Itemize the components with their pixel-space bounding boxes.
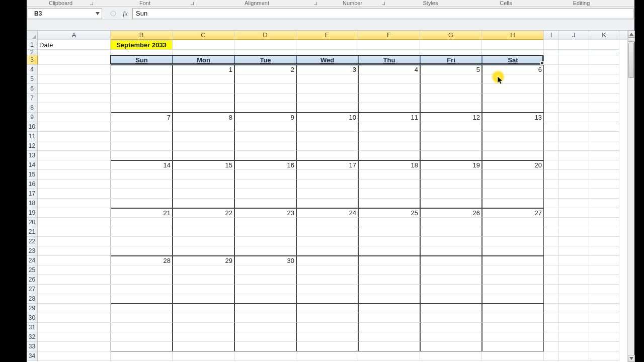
cell-B18[interactable] [111, 199, 173, 208]
cell-K21[interactable] [589, 227, 619, 237]
cell-B12[interactable] [111, 141, 173, 151]
cell-D33[interactable] [234, 342, 296, 351]
cell-I6[interactable] [544, 84, 559, 94]
cell-E1[interactable] [296, 40, 358, 50]
cell-H15[interactable] [482, 170, 544, 179]
dialog-launcher-icon[interactable] [380, 1, 385, 6]
cell-I20[interactable] [544, 218, 559, 227]
cell-J33[interactable] [559, 342, 589, 351]
cell-B15[interactable] [111, 170, 173, 179]
cell-I4[interactable] [544, 65, 559, 74]
row-header-23[interactable]: 23 [27, 246, 38, 256]
cell-G10[interactable] [420, 122, 482, 132]
cell-I34[interactable] [544, 351, 559, 361]
cell-K29[interactable] [589, 304, 619, 313]
row-header-10[interactable]: 10 [27, 122, 38, 132]
cell-H30[interactable] [482, 313, 544, 323]
cell-A18[interactable] [38, 199, 111, 208]
cell-E27[interactable] [296, 285, 358, 294]
cell-E23[interactable] [296, 246, 358, 256]
cell-G18[interactable] [420, 199, 482, 208]
cell-F30[interactable] [358, 313, 420, 323]
cell-A6[interactable] [38, 84, 111, 94]
cell-A23[interactable] [38, 246, 111, 256]
column-header-D[interactable]: D [234, 31, 296, 40]
row-headers[interactable]: 1234567891011121314151617181920212223242… [27, 40, 38, 361]
cell-D28[interactable] [234, 294, 296, 304]
cell-I15[interactable] [544, 170, 559, 179]
cell-D9[interactable]: 9 [234, 113, 296, 122]
row-header-19[interactable]: 19 [27, 208, 38, 218]
cell-A5[interactable] [38, 74, 111, 84]
cell-D10[interactable] [234, 122, 296, 132]
cell-E2[interactable] [296, 50, 358, 55]
cell-A13[interactable] [38, 151, 111, 160]
cell-K27[interactable] [589, 285, 619, 294]
cell-E9[interactable]: 10 [296, 113, 358, 122]
cell-F24[interactable] [358, 256, 420, 265]
cell-J22[interactable] [559, 237, 589, 246]
cell-J11[interactable] [559, 132, 589, 141]
cell-B20[interactable] [111, 218, 173, 227]
cell-A24[interactable] [38, 256, 111, 265]
cell-F2[interactable] [358, 50, 420, 55]
cell-J2[interactable] [559, 50, 589, 55]
cell-F9[interactable]: 11 [358, 113, 420, 122]
cell-F26[interactable] [358, 275, 420, 285]
cell-E6[interactable] [296, 84, 358, 94]
cell-D30[interactable] [234, 313, 296, 323]
cell-A27[interactable] [38, 285, 111, 294]
cell-D24[interactable]: 30 [234, 256, 296, 265]
cell-J19[interactable] [559, 208, 589, 218]
cell-J32[interactable] [559, 332, 589, 342]
column-headers[interactable]: ABCDEFGHIJK [38, 31, 634, 40]
row-header-18[interactable]: 18 [27, 199, 38, 208]
cell-J18[interactable] [559, 199, 589, 208]
cell-K2[interactable] [589, 50, 619, 55]
cell-D5[interactable] [234, 74, 296, 84]
cell-C25[interactable] [173, 265, 234, 275]
cell-K9[interactable] [589, 113, 619, 122]
cell-G29[interactable] [420, 304, 482, 313]
cell-B8[interactable] [111, 103, 173, 113]
cell-J13[interactable] [559, 151, 589, 160]
cell-H8[interactable] [482, 103, 544, 113]
cell-F21[interactable] [358, 227, 420, 237]
cell-G15[interactable] [420, 170, 482, 179]
name-box-dropdown-icon[interactable] [94, 9, 102, 19]
cell-D20[interactable] [234, 218, 296, 227]
cell-E21[interactable] [296, 227, 358, 237]
cell-J34[interactable] [559, 351, 589, 361]
cell-H16[interactable] [482, 179, 544, 189]
cell-C33[interactable] [173, 342, 234, 351]
cell-H22[interactable] [482, 237, 544, 246]
cell-J26[interactable] [559, 275, 589, 285]
row-header-12[interactable]: 12 [27, 141, 38, 151]
cell-B27[interactable] [111, 285, 173, 294]
cell-B23[interactable] [111, 246, 173, 256]
column-header-E[interactable]: E [296, 31, 358, 40]
cell-A16[interactable] [38, 179, 111, 189]
cell-B26[interactable] [111, 275, 173, 285]
cell-B14[interactable]: 14 [111, 160, 173, 170]
cell-K11[interactable] [589, 132, 619, 141]
cell-A15[interactable] [38, 170, 111, 179]
cell-A10[interactable] [38, 122, 111, 132]
cell-D27[interactable] [234, 285, 296, 294]
column-header-F[interactable]: F [358, 31, 420, 40]
cell-H1[interactable] [482, 40, 544, 50]
cell-J5[interactable] [559, 74, 589, 84]
cell-G6[interactable] [420, 84, 482, 94]
cell-A33[interactable] [38, 342, 111, 351]
cell-F1[interactable] [358, 40, 420, 50]
cell-G19[interactable]: 26 [420, 208, 482, 218]
row-header-16[interactable]: 16 [27, 179, 38, 189]
cell-D8[interactable] [234, 103, 296, 113]
cell-I5[interactable] [544, 74, 559, 84]
cell-K30[interactable] [589, 313, 619, 323]
row-header-2[interactable]: 2 [27, 50, 38, 55]
cell-A29[interactable] [38, 304, 111, 313]
cell-C11[interactable] [173, 132, 234, 141]
cell-G7[interactable] [420, 94, 482, 103]
row-header-30[interactable]: 30 [27, 313, 38, 323]
